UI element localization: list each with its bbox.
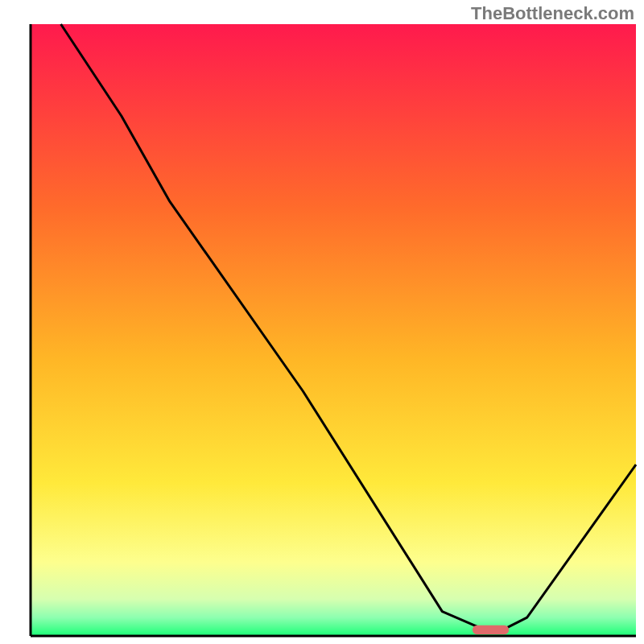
chart-container: TheBottleneck.com <box>0 0 644 644</box>
optimal-marker <box>473 625 509 634</box>
bottleneck-chart <box>0 0 644 644</box>
watermark-text: TheBottleneck.com <box>471 3 634 24</box>
